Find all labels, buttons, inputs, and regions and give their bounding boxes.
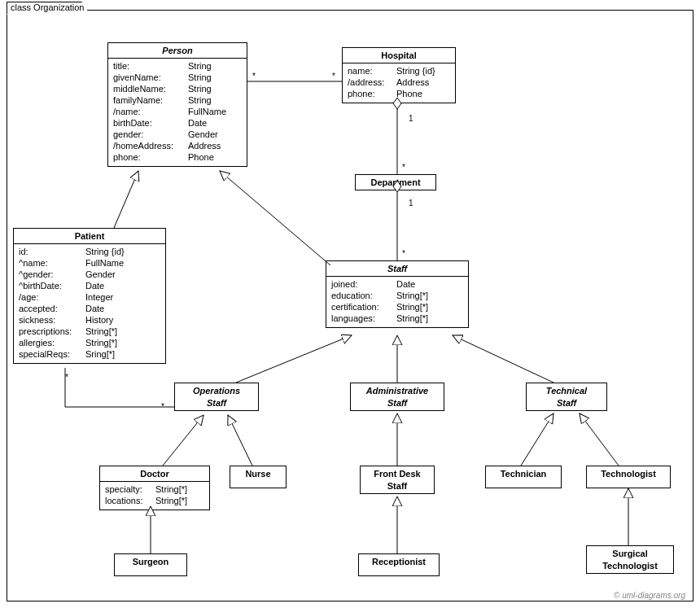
attribute-row: birthDate:Date — [113, 117, 242, 129]
attribute-row: middleName:String — [113, 83, 242, 94]
class-admin-title2: Staff — [351, 398, 444, 410]
attribute-row: ^gender:Gender — [19, 269, 160, 280]
attribute-row: /name:FullName — [113, 106, 242, 117]
attribute-name: allergies: — [19, 337, 85, 348]
attribute-name: specialReqs: — [19, 348, 85, 360]
class-st-title2: Technologist — [587, 561, 673, 573]
class-receptionist-title: Receptionist — [359, 554, 439, 569]
attribute-name: phone: — [113, 151, 188, 163]
attribute-row: locations:String[*] — [105, 495, 204, 506]
class-technical-staff: Technical Staff — [526, 383, 607, 411]
attribute-row: title:String — [113, 60, 242, 72]
attribute-row: languages:String[*] — [331, 313, 463, 324]
attribute-type: String {id} — [396, 65, 435, 77]
mult-patient-ops-right: * — [161, 402, 164, 411]
attribute-name: name: — [348, 65, 396, 77]
attribute-name: specialty: — [105, 483, 155, 495]
attribute-type: String[*] — [396, 301, 428, 313]
class-technologist-title: Technologist — [587, 466, 670, 481]
mult-patient-ops-left: * — [65, 373, 68, 382]
attribute-type: FullName — [85, 257, 124, 269]
class-st-title1: Surgical — [587, 546, 673, 561]
attribute-type: Phone — [188, 151, 214, 163]
attribute-type: History — [85, 314, 113, 326]
attribute-name: certification: — [331, 301, 396, 313]
attribute-type: Phone — [396, 88, 422, 99]
class-technician: Technician — [485, 466, 562, 488]
attribute-type: String[*] — [396, 313, 428, 324]
class-operations-staff: Operations Staff — [174, 383, 259, 411]
attribute-row: gender:Gender — [113, 129, 242, 140]
attribute-name: joined: — [331, 278, 396, 290]
attribute-type: String[*] — [155, 483, 187, 495]
class-fd-title1: Front Desk — [361, 466, 434, 481]
attribute-type: String[*] — [396, 290, 428, 301]
attribute-name: /address: — [348, 77, 396, 88]
attribute-name: middleName: — [113, 83, 188, 94]
class-administrative-staff: Administrative Staff — [350, 383, 444, 411]
attribute-type: Date — [396, 278, 415, 290]
attribute-name: accepted: — [19, 303, 85, 314]
class-hospital-title: Hospital — [343, 48, 455, 63]
attribute-name: sickness: — [19, 314, 85, 326]
attribute-row: id:String {id} — [19, 246, 160, 257]
class-person-title: Person — [108, 43, 247, 58]
attribute-name: ^name: — [19, 257, 85, 269]
class-surgical-technologist: Surgical Technologist — [586, 545, 674, 574]
attribute-name: ^gender: — [19, 269, 85, 280]
attribute-name: /age: — [19, 291, 85, 303]
attribute-row: prescriptions:String[*] — [19, 326, 160, 337]
class-person: Person title:StringgivenName:Stringmiddl… — [107, 42, 247, 167]
attribute-type: Sring[*] — [85, 348, 115, 360]
attribute-row: specialty:String[*] — [105, 483, 204, 495]
attribute-type: String — [188, 60, 212, 72]
class-doctor-title: Doctor — [100, 466, 209, 481]
class-tech-title2: Staff — [527, 398, 606, 410]
class-staff: Staff joined:Dateeducation:String[*]cert… — [326, 260, 469, 328]
attribute-row: sickness:History — [19, 314, 160, 326]
attribute-row: certification:String[*] — [331, 301, 463, 313]
attribute-name: locations: — [105, 495, 155, 506]
class-frontdesk-staff: Front Desk Staff — [360, 466, 435, 494]
attribute-name: givenName: — [113, 72, 188, 83]
attribute-row: phone:Phone — [113, 151, 242, 163]
attribute-row: specialReqs:Sring[*] — [19, 348, 160, 360]
mult-dept-staff-star: * — [402, 249, 405, 258]
class-surgeon-title: Surgeon — [115, 554, 186, 569]
attribute-type: String — [188, 83, 212, 94]
frame-title: class Organization — [7, 2, 90, 15]
mult-hospital-dept-1: 1 — [409, 114, 413, 123]
class-department: Department — [355, 174, 436, 190]
attribute-type: String[*] — [155, 495, 187, 506]
attribute-row: joined:Date — [331, 278, 463, 290]
attribute-type: Date — [188, 117, 207, 129]
class-doctor: Doctor specialty:String[*]locations:Stri… — [99, 466, 210, 510]
class-receptionist: Receptionist — [358, 553, 440, 576]
attribute-type: String — [188, 94, 212, 106]
class-staff-title: Staff — [326, 261, 468, 276]
class-admin-title1: Administrative — [351, 383, 444, 398]
attribute-name: title: — [113, 60, 188, 72]
attribute-row: /address:Address — [348, 77, 450, 88]
class-nurse: Nurse — [230, 466, 287, 488]
attribute-row: /age:Integer — [19, 291, 160, 303]
attribute-type: Date — [85, 280, 104, 291]
class-nurse-title: Nurse — [230, 466, 286, 481]
attribute-name: education: — [331, 290, 396, 301]
attribute-name: ^birthDate: — [19, 280, 85, 291]
mult-person-hospital-right: * — [332, 72, 335, 81]
attribute-type: Gender — [85, 269, 116, 280]
class-patient: Patient id:String {id}^name:FullName^gen… — [13, 228, 166, 364]
class-patient-title: Patient — [14, 229, 165, 243]
attribute-row: allergies:String[*] — [19, 337, 160, 348]
mult-dept-staff-1: 1 — [409, 199, 413, 208]
attribute-row: ^name:FullName — [19, 257, 160, 269]
class-technician-title: Technician — [486, 466, 561, 481]
attribute-name: /homeAddress: — [113, 140, 188, 151]
mult-hospital-dept-star: * — [402, 163, 405, 172]
attribute-type: Date — [85, 303, 104, 314]
attribute-type: Integer — [85, 291, 113, 303]
class-fd-title2: Staff — [361, 481, 434, 493]
attribute-row: /homeAddress:Address — [113, 140, 242, 151]
attribute-type: Address — [396, 77, 429, 88]
